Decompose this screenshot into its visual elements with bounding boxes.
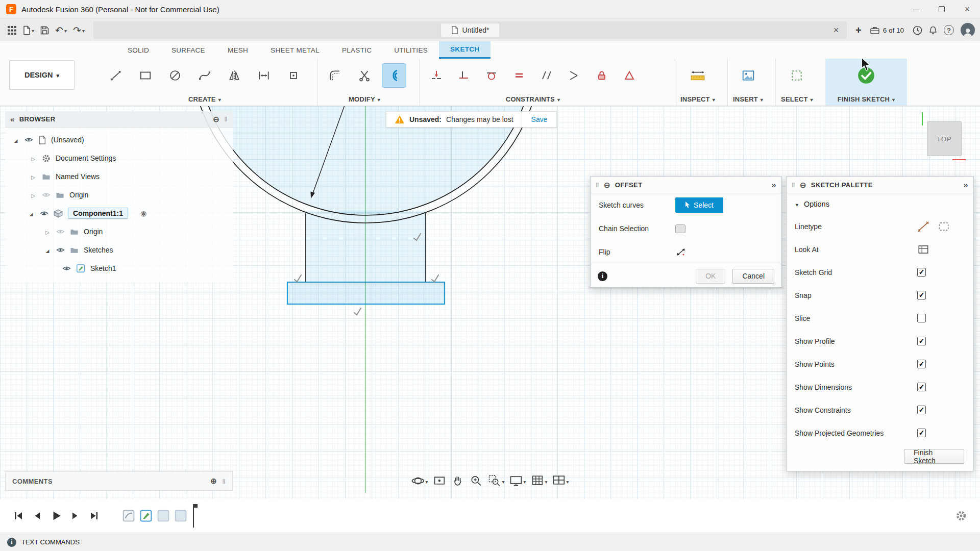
expand-open-icon[interactable] — [28, 209, 35, 217]
parallel-constraint[interactable] — [535, 64, 558, 87]
measure-tool[interactable] — [683, 64, 712, 87]
insert-group-label[interactable]: INSERT — [733, 92, 763, 106]
dialog-grip-icon[interactable] — [596, 181, 599, 189]
options-section-header[interactable]: Options — [787, 193, 973, 215]
new-tab-button[interactable] — [853, 21, 864, 39]
expand-closed-icon[interactable] — [30, 154, 37, 162]
tab-mesh[interactable]: MESH — [216, 41, 259, 59]
constraints-group-label[interactable]: CONSTRAINTS — [506, 92, 560, 106]
minimize-button[interactable] — [903, 0, 929, 18]
spline-tool[interactable] — [193, 64, 216, 87]
timeline-feature-icon[interactable] — [122, 509, 135, 522]
finish-sketch-label[interactable]: FINISH SKETCH — [838, 92, 895, 106]
show-constraints-checkbox[interactable] — [917, 406, 926, 414]
alerts-bell-button[interactable] — [926, 21, 940, 39]
panel-grip-icon[interactable] — [224, 115, 228, 123]
circle-tool[interactable] — [163, 64, 187, 87]
fix-unfix-constraint[interactable] — [590, 64, 614, 87]
cancel-button[interactable]: Cancel — [732, 269, 774, 284]
select-group-label[interactable]: SELECT — [781, 92, 813, 106]
app-grid-icon[interactable] — [5, 21, 19, 39]
line-tool[interactable] — [104, 64, 128, 87]
midpoint-constraint[interactable] — [618, 64, 641, 87]
slice-checkbox[interactable] — [917, 314, 926, 322]
browser-item-sketch1[interactable]: Sketch1 — [5, 259, 233, 278]
tangent-constraint[interactable] — [480, 64, 503, 87]
sketch-palette-header[interactable]: SKETCH PALETTE — [787, 177, 973, 193]
tab-sketch[interactable]: SKETCH — [439, 41, 491, 59]
palette-expand-icon[interactable] — [963, 180, 968, 190]
modify-group-label[interactable]: MODIFY — [349, 92, 380, 106]
mirror-tool[interactable] — [223, 64, 246, 87]
expand-closed-icon[interactable] — [30, 191, 37, 199]
look-at-button[interactable] — [431, 473, 448, 489]
orbit-button[interactable] — [409, 473, 429, 489]
select-curves-button[interactable]: Select — [675, 197, 723, 213]
tab-solid[interactable]: SOLID — [116, 41, 160, 59]
component-selected-chip[interactable]: Component1:1 — [68, 208, 128, 219]
browser-item-origin-component[interactable]: Origin — [5, 222, 233, 241]
ok-button[interactable]: OK — [696, 269, 725, 284]
browser-item-document[interactable]: (Unsaved) — [5, 131, 233, 149]
timeline-sketch-feature-icon[interactable] — [139, 509, 153, 522]
tab-surface[interactable]: SURFACE — [160, 41, 216, 59]
point-tool[interactable] — [282, 64, 305, 87]
notifications-clock-button[interactable] — [910, 21, 925, 39]
zoom-button[interactable] — [468, 473, 484, 489]
panel-minus-icon[interactable] — [213, 115, 219, 124]
browser-item-sketches[interactable]: Sketches — [5, 241, 233, 259]
save-link[interactable]: Save — [522, 112, 557, 127]
offset-dialog-header[interactable]: OFFSET — [591, 177, 781, 193]
visibility-eye-off-icon[interactable] — [42, 192, 51, 198]
modeling-canvas[interactable]: BROWSER (Unsaved) Document Settings — [0, 106, 980, 499]
user-avatar[interactable] — [961, 23, 975, 37]
browser-item-named-views[interactable]: Named Views — [5, 167, 233, 186]
tab-utilities[interactable]: UTILITIES — [383, 41, 439, 59]
construction-line-icon[interactable] — [917, 221, 929, 232]
collapse-panel-icon[interactable] — [10, 115, 15, 123]
display-settings-button[interactable] — [507, 473, 527, 489]
expand-open-icon[interactable] — [12, 136, 19, 144]
expand-closed-icon[interactable] — [30, 172, 37, 181]
look-at-icon[interactable] — [917, 244, 929, 255]
equal-constraint[interactable] — [507, 64, 531, 87]
inspect-group-label[interactable]: INSPECT — [680, 92, 715, 106]
browser-item-document-settings[interactable]: Document Settings — [5, 149, 233, 167]
design-workspace-selector[interactable]: DESIGN — [9, 60, 75, 90]
timeline-go-to-start-button[interactable] — [10, 508, 27, 524]
fit-button[interactable] — [486, 473, 506, 489]
comments-bar[interactable]: COMMENTS — [5, 471, 233, 491]
text-commands-label[interactable]: TEXT COMMANDS — [21, 538, 80, 546]
create-group-label[interactable]: CREATE — [188, 92, 221, 106]
timeline-step-forward-button[interactable] — [67, 508, 83, 524]
visibility-eye-off-icon[interactable] — [56, 229, 65, 235]
timeline-step-back-button[interactable] — [29, 508, 45, 524]
save-button[interactable] — [38, 21, 52, 39]
rectangle-tool[interactable] — [134, 64, 157, 87]
maximize-button[interactable] — [929, 0, 954, 18]
visibility-eye-icon[interactable] — [24, 137, 33, 143]
visibility-eye-icon[interactable] — [56, 247, 65, 253]
activate-component-radio[interactable] — [140, 209, 146, 217]
timeline-play-button[interactable] — [48, 508, 64, 524]
chain-selection-checkbox[interactable] — [675, 224, 685, 233]
perpendicular-constraint[interactable] — [562, 64, 586, 87]
expand-closed-icon[interactable] — [44, 228, 51, 236]
expand-open-icon[interactable] — [44, 246, 51, 254]
dimension-tool[interactable] — [252, 64, 276, 87]
help-button[interactable] — [941, 21, 957, 39]
browser-item-component[interactable]: Component1:1 — [5, 204, 233, 222]
show-projected-geometries-checkbox[interactable] — [917, 429, 926, 437]
browser-item-origin-root[interactable]: Origin — [5, 186, 233, 204]
show-dimensions-checkbox[interactable] — [917, 383, 926, 391]
add-comment-icon[interactable] — [210, 477, 217, 486]
centerline-icon[interactable] — [938, 221, 950, 232]
undo-button[interactable] — [53, 21, 69, 39]
timeline-go-to-end-button[interactable] — [86, 508, 102, 524]
dialog-minus-icon[interactable] — [604, 181, 610, 190]
show-points-checkbox[interactable] — [917, 360, 926, 368]
show-profile-checkbox[interactable] — [917, 337, 926, 345]
tab-plastic[interactable]: PLASTIC — [331, 41, 383, 59]
close-tab-button[interactable] — [829, 23, 843, 37]
text-commands-icon[interactable] — [7, 538, 16, 547]
